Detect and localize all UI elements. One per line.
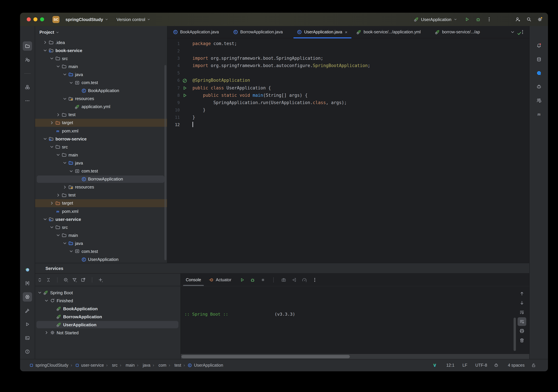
run-icon[interactable]: [239, 276, 246, 283]
tree-item[interactable]: java: [35, 71, 167, 79]
userHelp-icon[interactable]: ?: [23, 55, 32, 64]
tab-actuator[interactable]: Actuator: [205, 274, 235, 286]
camera-icon[interactable]: [280, 276, 287, 283]
sep-icon[interactable]: [54, 276, 61, 283]
project-switcher[interactable]: springCloudStudy: [63, 16, 110, 23]
more-actions-icon[interactable]: [486, 16, 493, 23]
service-item[interactable]: Finished: [35, 297, 180, 305]
trash-icon[interactable]: [518, 336, 526, 345]
tree-item[interactable]: java: [35, 159, 167, 167]
gauge-icon[interactable]: [301, 276, 308, 283]
tree-chevron-icon[interactable]: [69, 249, 74, 254]
close-tab-icon[interactable]: ×: [345, 30, 348, 34]
tree-chevron-icon[interactable]: [43, 48, 48, 53]
stop-icon[interactable]: [260, 276, 266, 283]
editor-tab[interactable]: C BorrowApplication.java: [229, 26, 293, 38]
add-user-icon[interactable]: [514, 16, 521, 23]
debug-button[interactable]: [475, 16, 481, 23]
build-icon[interactable]: [23, 306, 32, 315]
console-output[interactable]: :: Spring Boot :: (v3.3.3) 2024-08-25T17…: [181, 286, 514, 353]
tree-chevron-icon[interactable]: [62, 72, 67, 77]
tree-chevron-icon[interactable]: [49, 200, 54, 206]
servicesIcon-icon[interactable]: [23, 292, 32, 302]
folderTool-icon[interactable]: [23, 41, 32, 51]
tree-chevron-icon[interactable]: [62, 96, 67, 101]
problems-icon[interactable]: [23, 347, 32, 356]
tree-item[interactable]: src: [35, 143, 167, 151]
tree-item[interactable]: book-service: [35, 46, 167, 54]
expandAll-icon[interactable]: [36, 276, 43, 283]
zoom-window-button[interactable]: [40, 17, 44, 21]
tree-item[interactable]: user-service: [35, 215, 167, 223]
tree-chevron-icon[interactable]: [55, 233, 61, 238]
tree-item[interactable]: application.yml: [35, 103, 167, 111]
editor-tab[interactable]: C BookApplication.java: [169, 26, 229, 38]
tree-chevron-icon[interactable]: [43, 217, 48, 222]
tree-chevron-icon[interactable]: [49, 120, 54, 125]
tree-chevron-icon[interactable]: [69, 80, 74, 85]
tree-item[interactable]: target: [35, 199, 167, 207]
tree-chevron-icon[interactable]: [37, 290, 43, 295]
run-icon[interactable]: [180, 92, 189, 98]
tree-item[interactable]: resources: [35, 183, 167, 191]
tree-item[interactable]: borrow-service: [35, 135, 167, 143]
newTab-icon[interactable]: [80, 276, 87, 283]
tree-chevron-icon[interactable]: [55, 192, 61, 198]
tree-item[interactable]: C BorrowApplication: [35, 175, 167, 183]
more-icon[interactable]: [23, 96, 32, 105]
sep-icon[interactable]: [270, 276, 277, 283]
project-panel-header[interactable]: Project: [35, 26, 167, 38]
run-icon[interactable]: [180, 85, 189, 91]
tree-chevron-icon[interactable]: [55, 152, 61, 158]
tree-item[interactable]: main: [35, 63, 167, 71]
service-item[interactable]: UserApplication: [35, 321, 180, 329]
sep-icon[interactable]: [88, 276, 95, 283]
export-icon[interactable]: [291, 276, 297, 283]
target-icon[interactable]: [62, 276, 69, 283]
breadcrumb-item[interactable]: › com: [152, 363, 166, 368]
run-configuration-selector[interactable]: UserApplication: [412, 16, 459, 22]
hsep-icon[interactable]: [23, 69, 32, 78]
tree-chevron-icon[interactable]: [49, 144, 54, 150]
tab-console[interactable]: Console: [182, 274, 205, 286]
up-icon[interactable]: [518, 289, 526, 298]
minimize-window-button[interactable]: [33, 17, 37, 21]
mavenTool-icon[interactable]: m: [534, 109, 543, 119]
service-item[interactable]: Not Started: [35, 329, 180, 337]
kebab-icon[interactable]: [312, 276, 318, 283]
tree-item[interactable]: java: [35, 239, 167, 247]
filter-icon[interactable]: [71, 276, 78, 283]
close-window-button[interactable]: [27, 17, 31, 21]
print-icon[interactable]: [518, 327, 526, 335]
editor-tab[interactable]: C UserApplication.java ×: [293, 26, 352, 38]
tree-item[interactable]: main: [35, 231, 167, 239]
tree-item[interactable]: com.test: [35, 79, 167, 87]
service-item[interactable]: BookApplication: [35, 305, 180, 313]
breadcrumb-item[interactable]: › test: [168, 363, 181, 368]
structure-icon[interactable]: [23, 82, 32, 92]
softwrap-icon[interactable]: [518, 308, 526, 317]
statusbar-widget[interactable]: UTF-8: [474, 363, 487, 368]
tree-chevron-icon[interactable]: [69, 168, 74, 174]
breadcrumb-item[interactable]: › C UserApplication: [183, 363, 223, 368]
aiChat-icon[interactable]: [534, 68, 543, 78]
add-icon[interactable]: [97, 276, 104, 283]
hidden-tabs-chevron-icon[interactable]: [510, 29, 515, 35]
tree-chevron-icon[interactable]: [55, 64, 61, 69]
service-item[interactable]: BorrowApplication: [35, 313, 180, 321]
debug-icon[interactable]: [249, 276, 256, 283]
tree-chevron-icon[interactable]: [55, 112, 61, 117]
version-control-menu[interactable]: Version control: [114, 16, 153, 23]
tree-chevron-icon[interactable]: [62, 241, 67, 246]
tree-item[interactable]: com.test: [35, 247, 167, 255]
statusbar-widget[interactable]: [494, 363, 500, 368]
tree-chevron-icon[interactable]: [62, 184, 67, 190]
inspections-ok-icon[interactable]: [517, 31, 522, 36]
statusbar-widget[interactable]: 12:1: [445, 363, 454, 368]
db-icon[interactable]: [534, 55, 543, 64]
terminal-icon[interactable]: [23, 333, 32, 343]
tree-item[interactable]: m pom.xml: [35, 127, 167, 135]
tree-item[interactable]: main: [35, 151, 167, 159]
down-icon[interactable]: [518, 299, 526, 307]
tree-item[interactable]: com.test: [35, 167, 167, 175]
